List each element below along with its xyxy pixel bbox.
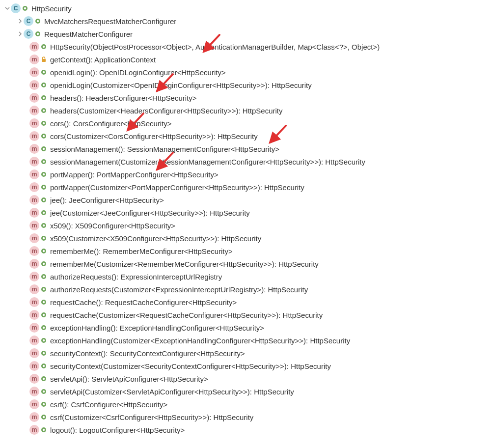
svg-point-28 [43,186,45,188]
method-node[interactable]: mrequestCache(): RequestCacheConfigurer<… [2,296,489,308]
method-icon: m [29,106,39,115]
method-node[interactable]: mrememberMe(): RememberMeConfigurer<Http… [2,245,489,257]
public-visibility-icon [40,171,47,178]
method-node[interactable]: mauthorizeRequests(): ExpressionIntercep… [2,270,489,283]
public-visibility-icon [40,286,47,293]
item-label: logout(): LogoutConfigurer<HttpSecurity> [50,426,185,434]
item-label: HttpSecurity(ObjectPostProcessor<Object>… [50,43,380,51]
svg-rect-8 [42,59,46,62]
method-icon: m [29,412,39,422]
method-icon: m [29,374,39,384]
method-node[interactable]: mx509(): X509Configurer<HttpSecurity> [2,219,489,232]
item-label: servletApi(): ServletApiConfigurer<HttpS… [50,375,208,383]
item-label: headers(): HeadersConfigurer<HttpSecurit… [50,94,196,102]
method-node[interactable]: mlogout(): LogoutConfigurer<HttpSecurity… [2,423,489,436]
item-label: authorizeRequests(Customizer<ExpressionI… [50,285,308,294]
method-node[interactable]: mjee(): JeeConfigurer<HttpSecurity> [2,194,489,206]
method-icon: m [29,348,39,358]
method-node[interactable]: mauthorizeRequests(Customizer<Expression… [2,283,489,296]
method-icon: m [29,387,39,396]
method-icon: m [29,336,39,345]
public-visibility-icon [40,196,47,203]
item-label: cors(): CorsConfigurer<HttpSecurity> [50,119,172,128]
method-node[interactable]: mjee(Customizer<JeeConfigurer<HttpSecuri… [2,206,489,219]
method-node[interactable]: mcors(Customizer<CorsConfigurer<HttpSecu… [2,130,489,142]
method-node[interactable]: msecurityContext(Customizer<SecurityCont… [2,360,489,372]
public-visibility-icon [40,107,47,114]
svg-point-3 [37,20,39,22]
item-label: exceptionHandling(): ExceptionHandlingCo… [50,324,264,332]
method-icon: m [29,55,39,64]
method-node[interactable]: mopenidLogin(Customizer<OpenIDLoginConfi… [2,79,489,91]
public-visibility-icon [22,5,28,12]
public-visibility-icon [40,337,47,344]
item-label: x509(Customizer<X509Configurer<HttpSecur… [50,234,261,243]
item-label: exceptionHandling(Customizer<ExceptionHa… [50,336,350,345]
method-node[interactable]: mrememberMe(Customizer<RememberMeConfigu… [2,257,489,270]
expand-arrow-icon[interactable] [17,19,24,24]
method-node[interactable]: mcsrf(): CsrfConfigurer<HttpSecurity> [2,398,489,411]
method-node[interactable]: msessionManagement(): SessionManagementC… [2,142,489,155]
method-node[interactable]: mservletApi(Customizer<ServletApiConfigu… [2,385,489,398]
method-node[interactable]: mHttpSecurity(ObjectPostProcessor<Object… [2,40,489,53]
method-node[interactable]: mportMapper(): PortMapperConfigurer<Http… [2,168,489,181]
public-visibility-icon [40,209,47,216]
svg-point-36 [43,237,45,239]
method-node[interactable]: mgetContext(): ApplicationContext [2,53,489,66]
public-visibility-icon [40,350,47,357]
method-icon: m [29,233,39,243]
method-node[interactable]: mopenidLogin(): OpenIDLoginConfigurer<Ht… [2,66,489,79]
item-label: HttpSecurity [31,4,72,13]
class-node[interactable]: CMvcMatchersRequestMatcherConfigurer [2,15,489,28]
class-node[interactable]: CRequestMatcherConfigurer [2,28,489,40]
item-label: x509(): X509Configurer<HttpSecurity> [50,222,175,230]
method-node[interactable]: mexceptionHandling(): ExceptionHandlingC… [2,321,489,334]
svg-point-34 [43,224,45,226]
method-icon: m [29,208,39,218]
method-node[interactable]: mx509(Customizer<X509Configurer<HttpSecu… [2,232,489,245]
svg-point-24 [43,161,45,163]
svg-point-10 [43,71,45,73]
method-icon: m [29,284,39,294]
public-visibility-icon [40,311,47,318]
public-visibility-icon [40,324,47,331]
method-icon: m [29,169,39,179]
method-icon: m [29,118,39,128]
item-label: portMapper(Customizer<PortMapperConfigur… [50,183,304,192]
item-label: authorizeRequests(): ExpressionIntercept… [50,273,222,281]
expand-arrow-icon[interactable] [17,31,24,36]
method-node[interactable]: mservletApi(): ServletApiConfigurer<Http… [2,372,489,385]
item-label: requestCache(): RequestCacheConfigurer<H… [50,298,237,307]
public-visibility-icon [40,273,47,280]
method-node[interactable]: msecurityContext(): SecurityContextConfi… [2,347,489,360]
method-node[interactable]: mcors(): CorsConfigurer<HttpSecurity> [2,117,489,130]
method-icon: m [29,42,39,52]
svg-point-66 [43,429,45,431]
item-label: securityContext(Customizer<SecurityConte… [50,362,331,370]
collapse-arrow-icon[interactable] [4,6,11,11]
method-icon: m [29,195,39,205]
public-visibility-icon [40,299,47,306]
method-icon: m [29,361,39,371]
method-icon: m [29,297,39,307]
svg-point-32 [43,212,45,214]
public-visibility-icon [40,184,47,191]
svg-point-60 [43,391,45,392]
method-node[interactable]: mportMapper(Customizer<PortMapperConfigu… [2,181,489,194]
svg-point-7 [43,46,45,48]
method-icon: m [29,425,39,435]
svg-point-48 [43,314,45,316]
public-visibility-icon [40,363,47,369]
method-icon: m [29,80,39,90]
method-node[interactable]: mheaders(Customizer<HeadersConfigurer<Ht… [2,104,489,117]
method-node[interactable]: mrequestCache(Customizer<RequestCacheCon… [2,308,489,321]
svg-point-14 [43,97,45,99]
method-node[interactable]: mcsrf(Customizer<CsrfConfigurer<HttpSecu… [2,411,489,423]
class-node-root[interactable]: CHttpSecurity [2,2,489,15]
method-node[interactable]: mexceptionHandling(Customizer<ExceptionH… [2,334,489,347]
svg-point-22 [43,148,45,150]
method-node[interactable]: mheaders(): HeadersConfigurer<HttpSecuri… [2,91,489,104]
public-visibility-icon [40,414,47,420]
method-node[interactable]: msessionManagement(Customizer<SessionMan… [2,155,489,168]
public-visibility-icon [40,426,47,433]
